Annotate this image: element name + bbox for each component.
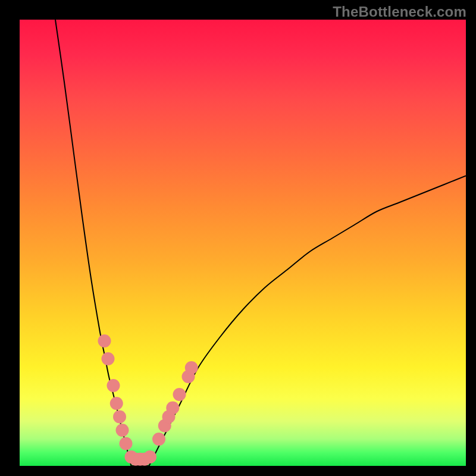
watermark-text: TheBottleneck.com bbox=[333, 4, 466, 20]
outer-frame: TheBottleneck.com bbox=[0, 0, 476, 476]
data-point bbox=[173, 388, 186, 401]
data-point bbox=[110, 397, 123, 410]
data-point bbox=[116, 424, 129, 437]
data-point bbox=[166, 402, 179, 415]
data-point bbox=[185, 361, 198, 374]
data-point bbox=[98, 334, 111, 347]
plot-area bbox=[20, 20, 466, 466]
chart-canvas bbox=[20, 20, 466, 466]
data-point bbox=[152, 433, 165, 446]
data-point bbox=[102, 352, 115, 365]
data-point bbox=[107, 379, 120, 392]
data-point bbox=[143, 450, 156, 464]
data-point bbox=[113, 411, 126, 424]
data-point bbox=[120, 437, 133, 450]
